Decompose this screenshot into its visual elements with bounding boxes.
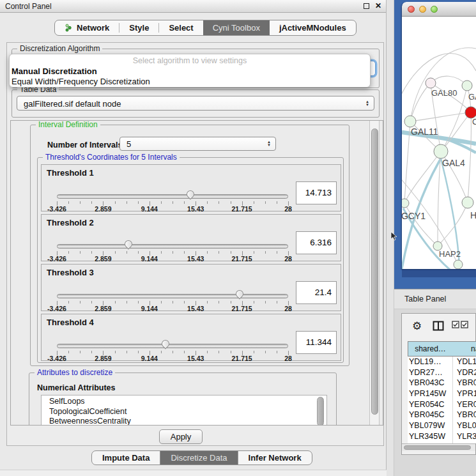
slider-tick [277, 301, 277, 303]
close-icon[interactable]: ✕ [375, 1, 381, 10]
scrollbar-thumb[interactable] [371, 128, 378, 415]
node-label-clipped-h: H [470, 210, 476, 220]
node-right[interactable] [462, 197, 473, 208]
cell-name: YBR0 [452, 378, 476, 388]
slider-tick [254, 201, 254, 204]
attribute-list-item[interactable]: SelfLoops [42, 397, 326, 407]
popup-item-equal-width-frequency[interactable]: Equal Width/Frequency Discretization [12, 77, 150, 86]
threshold-value-input[interactable]: 21.4 [296, 281, 337, 304]
slider-tick [265, 251, 266, 254]
slider-tick-labels: -3.4262.8599.14415.4321.71528 [57, 205, 288, 213]
network-icon [65, 24, 73, 32]
network-window-shadow [402, 269, 476, 277]
table-row[interactable]: YDR27…YDR2 [408, 367, 476, 378]
attribute-list-item[interactable]: BetweennessCentrality [42, 417, 326, 426]
column-header-shared-name[interactable]: shared… [408, 341, 453, 357]
group-title: Interval Definition [36, 120, 100, 129]
node-gal80[interactable] [426, 78, 436, 88]
table-horizontal-scrollbar[interactable] [402, 443, 475, 451]
threshold-value-input[interactable]: 6.316 [296, 231, 337, 254]
control-panel-footer [0, 470, 387, 476]
slider-tick-label: 28 [284, 205, 292, 213]
table-row[interactable]: YBR045CYBR0 [408, 410, 476, 420]
slider-tick-label: 2.859 [95, 255, 111, 263]
slider-tick [184, 201, 185, 204]
tab-network[interactable]: Network [55, 20, 119, 35]
slider-tick [127, 251, 127, 254]
slider-track[interactable] [57, 294, 288, 298]
threshold-label: Threshold 2 [47, 218, 94, 227]
slider-tick-label: -3.426 [47, 255, 66, 263]
slider-tick [138, 351, 139, 353]
slider-tick-label: 28 [284, 305, 292, 312]
slider-tick [207, 201, 208, 204]
slider-tick [91, 301, 92, 303]
float-window-icon[interactable] [364, 3, 369, 9]
tab-infer-network[interactable]: Infer Network [238, 451, 312, 464]
slider-tick [231, 351, 231, 353]
attribute-list-item[interactable]: TopologicalCoefficient [42, 407, 326, 417]
group-attributes-to-discretize: Attributes to discretize Numerical Attri… [29, 372, 337, 426]
tab-discretize-data[interactable]: Discretize Data [160, 451, 237, 464]
gear-icon[interactable]: ⚙ [412, 321, 422, 332]
table-row[interactable]: YDL19…YDL1 [408, 357, 476, 367]
slider-tick [231, 301, 231, 303]
tab-label: Style [129, 23, 149, 33]
group-interval-definition: Interval Definition Number of Intervals … [30, 125, 349, 366]
scrollbar-thumb[interactable] [317, 397, 324, 426]
node-label-hap2: HAP2 [439, 249, 461, 259]
scrollbar-thumb[interactable] [404, 445, 471, 450]
apply-button[interactable]: Apply [159, 429, 203, 444]
number-of-intervals-combobox[interactable]: 5 ▲▼ [119, 137, 276, 151]
tab-label: jActiveMNodules [279, 23, 346, 33]
popup-placeholder: Select algorithm to view settings [10, 56, 370, 65]
table-panel-title: Table Panel [404, 295, 446, 303]
table-data-combobox[interactable]: galFiltered.sif default node ▲▼ [17, 96, 374, 111]
slider-tick [231, 201, 231, 204]
algorithm-dropdown-popup: Select algorithm to view settings Manual… [9, 54, 371, 88]
tab-label: Discretize Data [171, 453, 227, 463]
threshold-value-input[interactable]: 14.713 [296, 181, 337, 204]
tab-label: Infer Network [249, 453, 302, 463]
tab-jactivemnodules[interactable]: jActiveMNodules [270, 20, 356, 35]
node-label-gal80: GAL80 [431, 88, 457, 98]
slider-tick [207, 351, 208, 353]
table-row[interactable]: YPR145WYPR1 [408, 388, 476, 399]
threshold-value-input[interactable]: 11.344 [296, 331, 337, 354]
number-of-intervals-label: Number of Intervals [47, 141, 122, 150]
tab-impute-data[interactable]: Impute Data [92, 451, 160, 464]
popup-item-manual-discretization[interactable]: Manual Discretization [12, 66, 97, 76]
attributes-scrollbar[interactable] [316, 395, 326, 426]
node-gal4[interactable] [434, 144, 448, 158]
tab-select[interactable]: Select [159, 20, 203, 35]
slider-tick [127, 301, 127, 303]
node-bottom[interactable] [454, 260, 463, 269]
checkbox-icon[interactable] [461, 321, 468, 328]
minimize-traffic-light-icon[interactable] [419, 6, 426, 13]
node-top-right[interactable] [462, 81, 472, 91]
node-gal11[interactable] [404, 116, 416, 127]
slider-track[interactable] [57, 344, 288, 348]
split-columns-icon[interactable] [433, 321, 444, 331]
slider-tick [207, 251, 208, 254]
tab-label: Select [169, 23, 193, 33]
checkbox-icon[interactable] [452, 321, 459, 328]
tab-cyni-toolbox[interactable]: Cyni Toolbox [203, 20, 270, 35]
settings-vertical-scrollbar[interactable] [369, 121, 380, 425]
table-row[interactable]: YER054CYER0 [408, 399, 476, 410]
slider-tick-label: 21.715 [232, 355, 252, 362]
slider-tick [184, 301, 185, 303]
slider-tick-label: 9.144 [141, 255, 158, 263]
table-row[interactable]: YLR345WYLR3 [408, 431, 476, 442]
tab-style[interactable]: Style [119, 20, 158, 35]
close-traffic-light-icon[interactable] [408, 6, 415, 13]
table-row[interactable]: YBR043CYBR0 [408, 378, 476, 388]
column-header-name[interactable]: na [452, 341, 476, 357]
slider-track[interactable] [57, 244, 288, 249]
zoom-traffic-light-icon[interactable] [431, 6, 438, 13]
slider-tick [80, 301, 81, 303]
table-row[interactable]: YBL079WYBL0 [408, 420, 476, 431]
node-gcy1[interactable] [402, 199, 409, 208]
slider-track[interactable] [57, 194, 288, 199]
network-canvas[interactable]: GAL80 GA C GAL11 GAL4 GCY1 H HAP2 [402, 17, 476, 269]
